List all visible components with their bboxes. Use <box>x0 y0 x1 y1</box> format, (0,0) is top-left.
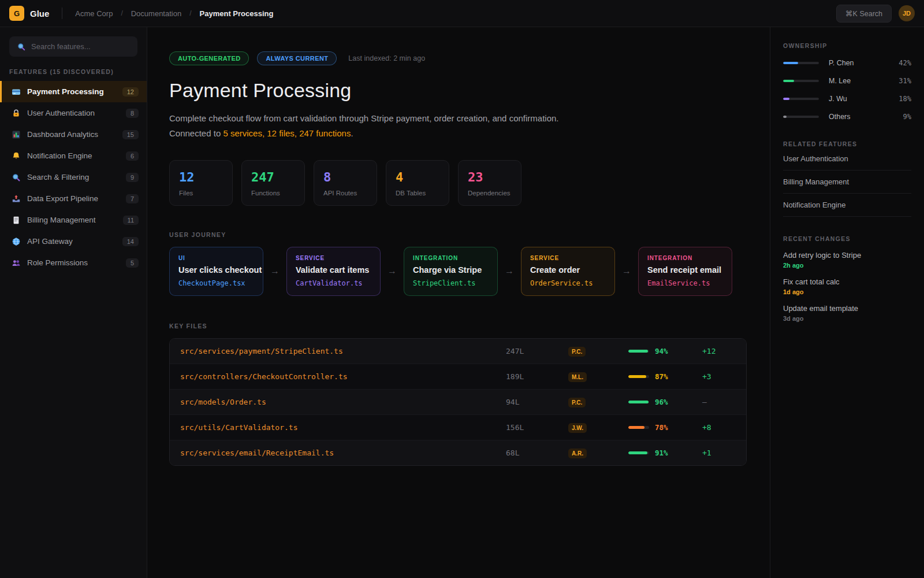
owner-name: Others <box>829 113 903 121</box>
owner-percent: 42% <box>899 59 911 67</box>
magnifier-icon <box>11 172 21 182</box>
related-features-section-label: RELATED FEATURES <box>783 140 911 147</box>
sidebar-item-billing-management[interactable]: Billing Management 11 <box>0 209 147 231</box>
stat-card-functions: 247 Functions <box>241 160 305 206</box>
recent-change-item[interactable]: Add retry logic to Stripe 2h ago <box>783 251 911 269</box>
user-avatar[interactable]: JD <box>899 5 915 21</box>
context-sidebar: OWNERSHIP P. Chen 42% M. Lee 31% J. Wu 1… <box>770 27 924 578</box>
sidebar-item-label: Search & Filtering <box>27 173 120 181</box>
sidebar-item-label: API Gateway <box>27 237 116 246</box>
bar-chart-icon <box>11 129 21 139</box>
sidebar-item-search-filtering[interactable]: Search & Filtering 9 <box>0 166 147 188</box>
ownership-row: Others 9% <box>783 113 911 121</box>
connected-prefix: Connected to <box>169 128 223 138</box>
sidebar-item-payment-processing[interactable]: Payment Processing 12 <box>0 81 147 102</box>
file-path: src/services/email/ReceiptEmail.ts <box>180 449 506 457</box>
file-path: src/controllers/CheckoutController.ts <box>180 372 506 381</box>
sidebar-item-api-gateway[interactable]: API Gateway 14 <box>0 231 147 252</box>
sidebar-item-count: 15 <box>122 130 139 139</box>
file-line-count: 156L <box>506 423 568 432</box>
features-sidebar: FEATURES (15 DISCOVERED) Payment Process… <box>0 27 147 578</box>
topbar: G Glue Acme Corp / Documentation / Payme… <box>0 0 924 27</box>
coverage-bar-fill <box>628 451 647 454</box>
journey-step-type: SERVICE <box>530 255 606 261</box>
arrow-right-icon: → <box>388 266 397 276</box>
file-row-checkout-controller[interactable]: src/controllers/CheckoutController.ts 18… <box>170 364 746 390</box>
journey-step-checkout[interactable]: UI User clicks checkout CheckoutPage.tsx <box>169 247 263 296</box>
recent-change-time: 2h ago <box>783 262 911 269</box>
user-journey-section-label: USER JOURNEY <box>169 231 747 238</box>
connected-functions-link[interactable]: 247 functions <box>299 128 351 138</box>
ownership-bar-fill <box>783 80 794 83</box>
sidebar-item-label: Billing Management <box>27 216 117 224</box>
stat-label: Functions <box>251 190 295 197</box>
change-delta: +12 <box>702 347 736 355</box>
file-row-stripe-client[interactable]: src/services/payment/StripeClient.ts 247… <box>170 339 746 364</box>
ownership-section-label: OWNERSHIP <box>783 42 911 49</box>
search-input[interactable] <box>31 42 130 51</box>
sidebar-item-data-export-pipeline[interactable]: Data Export Pipeline 7 <box>0 188 147 209</box>
owner-badge: M.L. <box>568 372 587 382</box>
journey-step-charge[interactable]: INTEGRATION Charge via Stripe StripeClie… <box>404 247 498 296</box>
journey-step-title: Validate cart items <box>296 265 371 275</box>
feature-search-box[interactable] <box>9 36 137 57</box>
main-content: AUTO-GENERATED ALWAYS CURRENT Last index… <box>147 27 770 578</box>
connected-files-link[interactable]: 12 files <box>267 128 295 138</box>
connected-services-link[interactable]: 5 services <box>223 128 262 138</box>
sidebar-item-count: 6 <box>126 151 139 161</box>
journey-step-title: Charge via Stripe <box>413 265 489 275</box>
sidebar-item-count: 12 <box>122 87 139 97</box>
stat-label: Files <box>179 190 223 197</box>
recent-change-item[interactable]: Fix cart total calc 1d ago <box>783 277 911 295</box>
ownership-row: M. Lee 31% <box>783 77 911 85</box>
stat-label: API Routes <box>323 190 367 197</box>
coverage-bar <box>628 375 649 378</box>
connected-separator: , <box>295 128 299 138</box>
sidebar-item-notification-engine[interactable]: Notification Engine 6 <box>0 145 147 166</box>
journey-step-file: OrderService.ts <box>530 279 606 287</box>
last-indexed-text: Last indexed: 2 min ago <box>348 54 425 62</box>
description-text: Complete checkout flow from cart validat… <box>169 113 559 123</box>
breadcrumb-separator: / <box>121 9 122 17</box>
sidebar-item-user-authentication[interactable]: User Authentication 8 <box>0 102 147 124</box>
search-icon <box>17 42 26 51</box>
related-feature-billing-management[interactable]: Billing Management <box>783 171 911 194</box>
recent-change-time: 1d ago <box>783 288 911 295</box>
ownership-bar <box>783 116 819 118</box>
breadcrumb-separator: / <box>189 9 191 17</box>
related-feature-user-authentication[interactable]: User Authentication <box>783 147 911 171</box>
stat-value: 12 <box>179 170 223 184</box>
user-journey-flow: UI User clicks checkout CheckoutPage.tsx… <box>169 247 747 296</box>
coverage-percent: 96% <box>655 398 668 406</box>
journey-step-title: Create order <box>530 265 606 275</box>
breadcrumb-acme-corp[interactable]: Acme Corp <box>75 9 113 18</box>
coverage-bar <box>628 451 649 454</box>
global-search-button[interactable]: ⌘K Search <box>836 5 892 23</box>
recent-change-item[interactable]: Update email template 3d ago <box>783 304 911 322</box>
key-files-table: src/services/payment/StripeClient.ts 247… <box>169 338 747 466</box>
file-line-count: 94L <box>506 398 568 406</box>
ownership-bar-fill <box>783 98 789 101</box>
file-row-receipt-email[interactable]: src/services/email/ReceiptEmail.ts 68L A… <box>170 440 746 465</box>
stat-value: 23 <box>468 170 512 184</box>
journey-step-send-receipt[interactable]: INTEGRATION Send receipt email EmailServ… <box>638 247 732 296</box>
sidebar-item-label: Dashboard Analytics <box>27 130 116 139</box>
sidebar-item-role-permissions[interactable]: Role Permissions 5 <box>0 252 147 273</box>
owner-badge: A.R. <box>568 449 587 458</box>
coverage-bar <box>628 426 649 429</box>
file-row-order-model[interactable]: src/models/Order.ts 94L P.C. 96% — <box>170 390 746 415</box>
change-delta: +3 <box>702 372 736 381</box>
sidebar-item-label: Notification Engine <box>27 151 120 160</box>
journey-step-create-order[interactable]: SERVICE Create order OrderService.ts <box>521 247 615 296</box>
recent-change-time: 3d ago <box>783 315 911 322</box>
breadcrumb-documentation[interactable]: Documentation <box>131 9 181 18</box>
coverage-percent: 87% <box>655 372 668 381</box>
sidebar-item-dashboard-analytics[interactable]: Dashboard Analytics 15 <box>0 124 147 145</box>
owner-name: J. Wu <box>829 95 899 103</box>
file-path: src/models/Order.ts <box>180 398 506 406</box>
sidebar-item-count: 11 <box>123 216 139 225</box>
journey-step-validate[interactable]: SERVICE Validate cart items CartValidato… <box>286 247 381 296</box>
owner-name: P. Chen <box>829 59 899 67</box>
file-row-cart-validator[interactable]: src/utils/CartValidator.ts 156L J.W. 78%… <box>170 415 746 440</box>
related-feature-notification-engine[interactable]: Notification Engine <box>783 194 911 217</box>
